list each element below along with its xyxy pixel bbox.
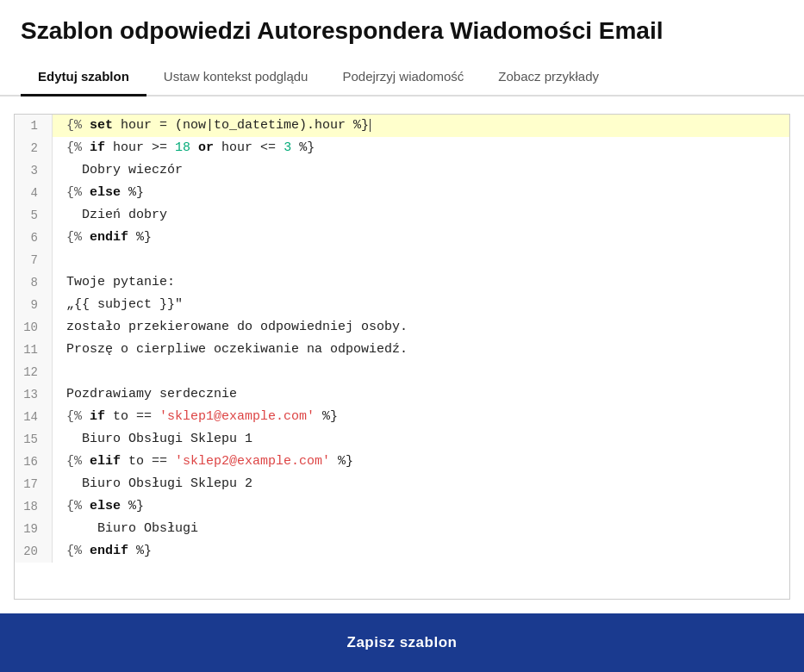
- line-number-18: 18: [15, 495, 53, 518]
- code-line-18: 18 {% else %}: [15, 495, 789, 518]
- line-content-4: {% else %}: [53, 182, 144, 204]
- line-content-3: Dobry wieczór: [53, 159, 183, 182]
- line-content-7: [53, 249, 74, 271]
- code-line-11: 11 Proszę o cierpliwe oczekiwanie na odp…: [15, 339, 789, 361]
- line-content-8: Twoje pytanie:: [53, 271, 175, 294]
- line-content-5: Dzień dobry: [53, 204, 167, 227]
- line-content-9: „{{ subject }}": [53, 294, 183, 316]
- line-content-11: Proszę o cierpliwe oczekiwanie na odpowi…: [53, 339, 408, 361]
- tabs-container: Edytuj szablon Ustaw kontekst podglądu P…: [0, 59, 804, 96]
- save-button[interactable]: Zapisz szablon: [21, 625, 783, 660]
- line-number-7: 7: [15, 249, 53, 271]
- code-editor-area[interactable]: 1 {% set hour = (now|to_datetime).hour %…: [14, 114, 790, 600]
- tab-ustaw-kontekst[interactable]: Ustaw kontekst podglądu: [146, 59, 326, 96]
- line-number-12: 12: [15, 361, 53, 383]
- bottom-bar: Zapisz szablon: [0, 613, 804, 672]
- line-content-16: {% elif to == 'sklep2@example.com' %}: [53, 451, 353, 473]
- code-line-6: 6 {% endif %}: [15, 227, 789, 249]
- line-content-15: Biuro Obsługi Sklepu 1: [53, 428, 252, 451]
- tab-przyklady[interactable]: Zobacz przykłady: [481, 59, 616, 96]
- code-line-16: 16 {% elif to == 'sklep2@example.com' %}: [15, 451, 789, 473]
- line-number-2: 2: [15, 137, 53, 159]
- tab-podejrzyj[interactable]: Podejrzyj wiadomość: [325, 59, 481, 96]
- line-content-18: {% else %}: [53, 495, 144, 518]
- line-content-1: {% set hour = (now|to_datetime).hour %}: [53, 115, 371, 137]
- line-number-1: 1: [15, 115, 53, 137]
- line-content-14: {% if to == 'sklep1@example.com' %}: [53, 406, 338, 428]
- code-line-17: 17 Biuro Obsługi Sklepu 2: [15, 473, 789, 495]
- line-content-10: zostało przekierowane do odpowiedniej os…: [53, 316, 408, 339]
- code-line-7: 7: [15, 249, 789, 271]
- page-container: Szablon odpowiedzi Autorespondera Wiadom…: [0, 0, 804, 672]
- code-line-19: 19 Biuro Obsługi: [15, 518, 789, 540]
- code-line-8: 8 Twoje pytanie:: [15, 271, 789, 294]
- line-number-19: 19: [15, 518, 53, 540]
- line-number-8: 8: [15, 271, 53, 294]
- code-line-3: 3 Dobry wieczór: [15, 159, 789, 182]
- line-content-20: {% endif %}: [53, 540, 152, 563]
- line-number-6: 6: [15, 227, 53, 249]
- line-content-19: Biuro Obsługi: [53, 518, 198, 540]
- line-number-16: 16: [15, 451, 53, 473]
- line-content-2: {% if hour >= 18 or hour <= 3 %}: [53, 137, 315, 159]
- code-line-9: 9 „{{ subject }}": [15, 294, 789, 316]
- line-number-17: 17: [15, 473, 53, 495]
- line-number-9: 9: [15, 294, 53, 316]
- line-number-5: 5: [15, 204, 53, 227]
- code-line-14: 14 {% if to == 'sklep1@example.com' %}: [15, 406, 789, 428]
- line-content-6: {% endif %}: [53, 227, 152, 249]
- line-content-13: Pozdrawiamy serdecznie: [53, 383, 237, 406]
- line-number-4: 4: [15, 182, 53, 204]
- line-number-14: 14: [15, 406, 53, 428]
- code-line-13: 13 Pozdrawiamy serdecznie: [15, 383, 789, 406]
- line-number-11: 11: [15, 339, 53, 361]
- code-line-15: 15 Biuro Obsługi Sklepu 1: [15, 428, 789, 451]
- line-number-13: 13: [15, 383, 53, 406]
- line-number-10: 10: [15, 316, 53, 339]
- line-content-12: [53, 361, 74, 383]
- line-content-17: Biuro Obsługi Sklepu 2: [53, 473, 252, 495]
- code-line-5: 5 Dzień dobry: [15, 204, 789, 227]
- code-line-2: 2 {% if hour >= 18 or hour <= 3 %}: [15, 137, 789, 159]
- line-number-20: 20: [15, 540, 53, 563]
- code-line-1: 1 {% set hour = (now|to_datetime).hour %…: [15, 115, 789, 137]
- code-line-20: 20 {% endif %}: [15, 540, 789, 563]
- code-line-12: 12: [15, 361, 789, 383]
- page-title: Szablon odpowiedzi Autorespondera Wiadom…: [0, 0, 804, 59]
- code-line-4: 4 {% else %}: [15, 182, 789, 204]
- tab-edytuj-szablon[interactable]: Edytuj szablon: [21, 59, 146, 96]
- code-editor: 1 {% set hour = (now|to_datetime).hour %…: [15, 115, 789, 563]
- line-number-3: 3: [15, 159, 53, 182]
- code-line-10: 10 zostało przekierowane do odpowiedniej…: [15, 316, 789, 339]
- line-number-15: 15: [15, 428, 53, 451]
